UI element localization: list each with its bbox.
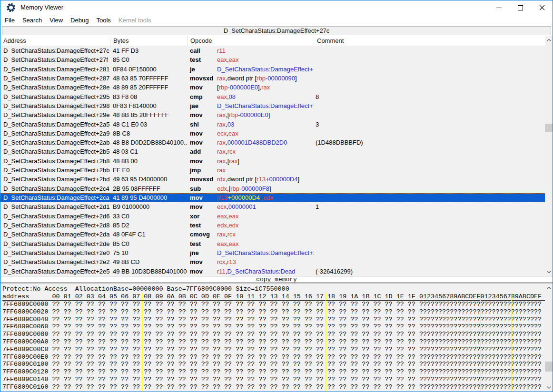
scroll-up-button[interactable] [545, 36, 553, 44]
hex-scrollbar[interactable] [545, 284, 553, 392]
disasm-row[interactable]: D_SetCharaStatus:DamageEffect+2e075 10jn… [0, 248, 546, 257]
bytes-cell: 0F83 F8140000 [110, 101, 187, 110]
disasm-row[interactable]: D_SetCharaStatus:DamageEffect+2c42B 95 0… [0, 184, 546, 193]
disasm-row[interactable]: D_SetCharaStatus:DamageEffect+27f85 C0te… [0, 55, 546, 64]
disasm-row[interactable]: D_SetCharaStatus:DamageEffect+2e249 8B C… [0, 257, 546, 266]
disasm-row[interactable]: D_SetCharaStatus:DamageEffect+29583 F8 0… [0, 92, 546, 101]
column-header-bytes[interactable]: Bytes [110, 36, 187, 46]
hex-row[interactable]: 7FF6809C0020 ?? ?? ?? ?? ?? ?? ?? ?? ?? … [2, 308, 553, 316]
bytes-cell: FF E0 [110, 166, 187, 175]
hex-row[interactable]: 7FF6809C00A0 ?? ?? ?? ?? ?? ?? ?? ?? ?? … [2, 338, 553, 346]
close-button[interactable] [531, 0, 553, 15]
operand-reg: rax [229, 157, 237, 165]
hex-row[interactable]: 7FF6809C0080 ?? ?? ?? ?? ?? ?? ?? ?? ?? … [2, 331, 553, 338]
memory-viewer-window: Memory Viewer FileSearchViewDebugToolsKe… [0, 0, 553, 392]
close-icon [539, 5, 545, 10]
mnemonic: mov [190, 157, 217, 166]
menu-file[interactable]: File [5, 17, 15, 24]
disasm-row[interactable]: D_SetCharaStatus:DamageEffect+2bd49 63 9… [0, 175, 546, 184]
disasm-row[interactable]: D_SetCharaStatus:DamageEffect+2b548 03 C… [0, 147, 546, 156]
operand-reg: rbp [229, 111, 238, 118]
bytes-cell: B9 01000000 [110, 202, 187, 211]
column-header-comment[interactable]: Comment [314, 36, 546, 46]
hex-view-panel[interactable]: Protect:No Access AllocationBase=0000000… [0, 284, 553, 392]
disasm-row[interactable]: D_SetCharaStatus:DamageEffect+2b848 8B 0… [0, 157, 546, 166]
operand-reg: rax [217, 121, 226, 128]
opcode-cell: xoreax,eax [187, 212, 314, 221]
hex-row[interactable]: 7FF6809C0060 ?? ?? ?? ?? ?? ?? ?? ?? ?? … [2, 323, 553, 331]
maximize-button[interactable] [510, 0, 531, 15]
address-cell: D_SetCharaStatus:DamageEffect+2ab [0, 138, 110, 147]
disasm-row[interactable]: D_SetCharaStatus:DamageEffect+2bbFF E0jm… [0, 166, 546, 175]
disasm-row[interactable]: D_SetCharaStatus:DamageEffect+2a548 C1 E… [0, 120, 546, 129]
opcode-cell: jmprax [187, 166, 314, 175]
mnemonic: mov [190, 83, 217, 92]
address-cell: D_SetCharaStatus:DamageEffect+2a5 [0, 120, 110, 129]
hex-row[interactable]: 7FF6809C0120 ?? ?? ?? ?? ?? ?? ?? ?? ?? … [2, 368, 553, 376]
hex-row[interactable]: 7FF6809C0160 ?? ?? ?? ?? ?? ?? ?? ?? ?? … [2, 383, 553, 391]
comment-cell [314, 83, 546, 92]
menu-search[interactable]: Search [22, 17, 42, 24]
column-header-opcode[interactable]: Opcode [187, 36, 314, 46]
scroll-down-button[interactable] [545, 268, 553, 276]
disasm-row[interactable]: D_SetCharaStatus:DamageEffect+29e48 8B 8… [0, 110, 546, 119]
operand-sym: D_SetCharaStatus:DamageEffect+1796 [217, 66, 314, 73]
column-header-address[interactable]: Address [0, 36, 110, 46]
menu-tools[interactable]: Tools [96, 17, 110, 24]
disasm-row[interactable]: D_SetCharaStatus:DamageEffect+28748 63 8… [0, 74, 546, 83]
comment-cell [314, 257, 546, 266]
scroll-up-button[interactable] [545, 284, 553, 292]
maximize-icon [518, 5, 523, 10]
comment-cell: 1 [314, 202, 546, 211]
hex-row[interactable]: 7FF6809C0000 ?? ?? ?? ?? ?? ?? ?? ?? ?? … [2, 301, 553, 308]
scroll-thumb[interactable] [545, 124, 553, 132]
disasm-row[interactable]: D_SetCharaStatus:DamageEffect+2da48 0F4F… [0, 230, 546, 239]
opcode-cell: testedx,edx [187, 221, 314, 230]
comment-cell [314, 248, 546, 257]
scroll-thumb[interactable] [545, 362, 553, 372]
hex-row[interactable]: 7FF6809C0040 ?? ?? ?? ?? ?? ?? ?? ?? ?? … [2, 316, 553, 323]
disasm-row[interactable]: D_SetCharaStatus:DamageEffect+2de85 C0te… [0, 239, 546, 248]
bytes-cell: 48 B8 D0D2DB88D40100... [110, 138, 187, 147]
current-address-label: D_SetCharaStatus:DamageEffect+27c [224, 27, 330, 34]
disasm-row[interactable]: D_SetCharaStatus:DamageEffect+2a98B C8mo… [0, 129, 546, 138]
comment-cell [314, 230, 546, 239]
mnemonic: mov [190, 129, 217, 138]
hex-row[interactable]: 7FF6809C00C0 ?? ?? ?? ?? ?? ?? ?? ?? ?? … [2, 346, 553, 353]
disasm-row[interactable]: D_SetCharaStatus:DamageEffect+2d885 D2te… [0, 221, 546, 230]
operand-reg: eax [217, 56, 227, 63]
operand-reg: ecx [217, 203, 227, 210]
disasm-row[interactable]: D_SetCharaStatus:DamageEffect+28e48 89 8… [0, 83, 546, 92]
operand-reg: rax [217, 231, 226, 238]
minimize-button[interactable] [488, 0, 510, 15]
operand-sym: D_SetCharaStatus:DamageEffect+2f2 [217, 249, 314, 256]
hex-row[interactable]: 7FF6809C00E0 ?? ?? ?? ?? ?? ?? ?? ?? ?? … [2, 353, 553, 361]
bytes-cell: 48 C1 E0 03 [110, 120, 187, 129]
splitter-handle-icon[interactable] [267, 282, 286, 283]
address-cell: D_SetCharaStatus:DamageEffect+2e5 [0, 267, 110, 276]
disasm-row[interactable]: D_SetCharaStatus:DamageEffect+2810F84 0F… [0, 65, 546, 74]
disasm-row[interactable]: D_SetCharaStatus:DamageEffect+2ab48 B8 D… [0, 138, 546, 147]
comment-cell [314, 184, 546, 193]
bytes-cell: 85 C0 [110, 239, 187, 248]
scroll-down-button[interactable] [545, 383, 553, 392]
disasm-scrollbar[interactable] [545, 36, 553, 276]
hex-row[interactable]: 7FF6809C0100 ?? ?? ?? ?? ?? ?? ?? ?? ?? … [2, 361, 553, 368]
disasm-column-header[interactable]: AddressBytesOpcodeComment [0, 36, 546, 46]
disasm-row[interactable]: D_SetCharaStatus:DamageEffect+2980F83 F8… [0, 101, 546, 110]
menu-debug[interactable]: Debug [70, 17, 89, 24]
disasm-row[interactable]: D_SetCharaStatus:DamageEffect+27c41 FF D… [0, 46, 546, 55]
disasm-row-selected[interactable]: D_SetCharaStatus:DamageEffect+2ca41 89 9… [0, 193, 546, 202]
hex-row[interactable]: 7FF6809C0140 ?? ?? ?? ?? ?? ?? ?? ?? ?? … [2, 376, 553, 383]
disasm-row[interactable]: D_SetCharaStatus:DamageEffect+2e549 BB 1… [0, 267, 546, 276]
title-bar: Memory Viewer [0, 0, 553, 15]
copy-memory-splitter[interactable]: copy memory [0, 276, 553, 283]
menu-view[interactable]: View [49, 17, 63, 24]
disasm-row[interactable]: D_SetCharaStatus:DamageEffect+2d1B9 0100… [0, 202, 546, 211]
opcode-cell: mov[rbp-000000E0],rax [187, 83, 314, 92]
current-address-bar[interactable]: D_SetCharaStatus:DamageEffect+27c [2, 26, 551, 35]
opcode-cell: testeax,eax [187, 55, 314, 64]
disasm-row[interactable]: D_SetCharaStatus:DamageEffect+2d633 C0xo… [0, 212, 546, 221]
bytes-cell: 48 63 85 70FFFFFF [110, 74, 187, 83]
disassembly-list: D_SetCharaStatus:DamageEffect+27c41 FF D… [0, 46, 546, 276]
